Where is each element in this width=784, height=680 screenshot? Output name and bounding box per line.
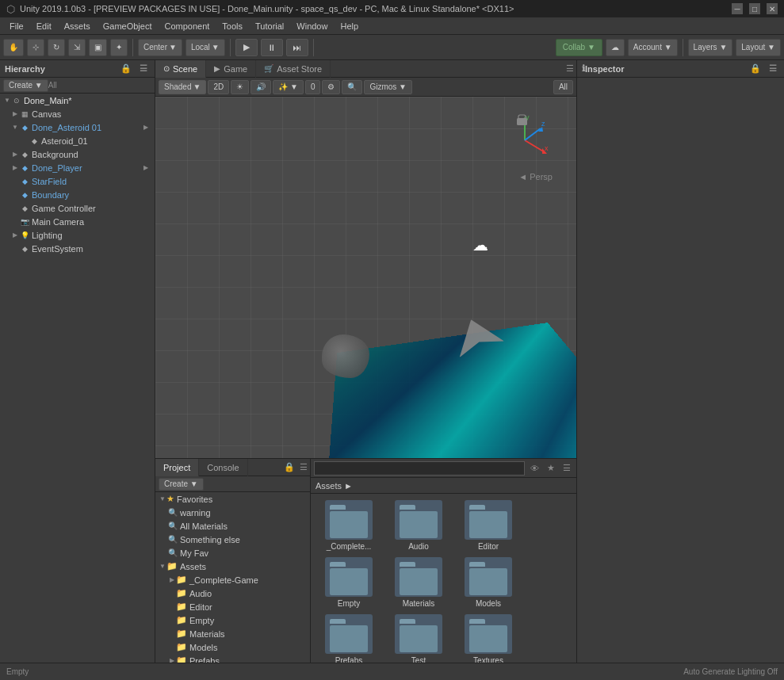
menu-tools[interactable]: Tools — [216, 20, 249, 32]
search-my-fav-icon: 🔍 — [168, 548, 178, 557]
menu-file[interactable]: File — [3, 20, 30, 32]
inspector-menu-icon[interactable]: ☰ — [767, 63, 779, 74]
asset-eye-icon[interactable]: 👁 — [528, 464, 541, 473]
gizmos-dropdown[interactable]: Gizmos ▼ — [364, 80, 412, 94]
tool-multi[interactable]: ✦ — [110, 39, 128, 56]
hierarchy-lock-icon[interactable]: 🔒 — [118, 63, 134, 74]
hierarchy-item-game-controller[interactable]: ▶ ◆ Game Controller — [0, 201, 155, 215]
tab-project[interactable]: Project — [155, 459, 199, 476]
hierarchy-item-done-main[interactable]: ▼ ⊙ Done_Main* — [0, 94, 155, 107]
inspector-lock-icon[interactable]: 🔒 — [748, 63, 763, 74]
menu-gameobject[interactable]: GameObject — [97, 20, 159, 32]
hierarchy-item-boundary[interactable]: ▶ ◆ Boundary — [0, 188, 155, 201]
pt-models[interactable]: ▶ 📁 Models — [155, 640, 310, 654]
tab-asset-store[interactable]: 🛒 Asset Store — [256, 60, 331, 78]
project-lock-icon[interactable]: 🔒 — [281, 462, 297, 472]
favorites-header[interactable]: ▼ ★ Favorites — [155, 492, 310, 506]
audio-toggle[interactable]: 🔊 — [250, 80, 271, 94]
hierarchy-item-asteroid-01[interactable]: ▶ ◆ Asteroid_01 — [0, 134, 155, 147]
pt-editor[interactable]: ▶ 📁 Editor — [155, 600, 310, 613]
hierarchy-all-button[interactable]: All — [48, 81, 57, 90]
2d-button[interactable]: 2D — [208, 80, 229, 94]
pause-button[interactable]: ⏸ — [261, 39, 283, 56]
asset-star-icon[interactable]: ★ — [545, 463, 557, 473]
asset-folder-materials[interactable]: Materials — [387, 557, 450, 608]
tab-game[interactable]: ▶ Game — [206, 60, 256, 78]
pt-complete-game[interactable]: ▶ 📁 _Complete-Game — [155, 573, 310, 586]
asset-folder-empty[interactable]: Empty — [317, 557, 381, 608]
asset-label-empty: Empty — [338, 599, 360, 608]
global-button[interactable]: Local▼ — [185, 39, 225, 56]
asset-folder-complete-game[interactable]: _Complete... — [317, 500, 381, 551]
search-icon[interactable]: 🔍 — [342, 80, 362, 94]
menu-window[interactable]: Window — [290, 20, 334, 32]
assets-header[interactable]: ▼ 📁 Assets — [155, 560, 310, 573]
inspector-content — [577, 78, 784, 680]
asteroid-nav-icon[interactable]: ▶ — [143, 124, 151, 132]
hierarchy-item-canvas[interactable]: ▶ ▦ Canvas — [0, 107, 155, 120]
statusbar-right: Auto Generate Lighting Off — [683, 667, 778, 676]
tool-scale[interactable]: ⇲ — [68, 39, 86, 56]
hierarchy-item-done-asteroid[interactable]: ▼ ◆ Done_Asteroid 01 ▶ — [0, 120, 155, 134]
fav-my-fav[interactable]: 🔍 My Fav — [155, 546, 310, 560]
asset-folder-test[interactable]: Test — [387, 614, 450, 665]
hierarchy-item-background[interactable]: ▶ ◆ Background — [0, 147, 155, 161]
hide-objects[interactable]: 0 — [305, 80, 321, 94]
account-button[interactable]: Account ▼ — [628, 39, 678, 56]
effects-dropdown[interactable]: ✨ ▼ — [273, 80, 304, 94]
minimize-button[interactable]: ─ — [732, 3, 743, 14]
play-button[interactable]: ▶ — [235, 39, 258, 56]
step-button[interactable]: ⏭ — [286, 39, 308, 56]
scene-view[interactable]: ☁ y x z — [155, 97, 576, 458]
project-create-button[interactable]: Create ▼ — [159, 478, 204, 491]
pt-empty[interactable]: ▶ 📁 Empty — [155, 613, 310, 627]
pt-audio[interactable]: ▶ 📁 Audio — [155, 586, 310, 600]
hierarchy-toolbar: Create ▼ All — [0, 78, 155, 94]
scene-all-label[interactable]: All — [553, 80, 573, 94]
hierarchy-menu-icon[interactable]: ☰ — [137, 63, 150, 74]
hierarchy-item-starfield[interactable]: ▶ ◆ StarField — [0, 174, 155, 188]
lighting-toggle[interactable]: ☀ — [231, 80, 249, 94]
collab-button[interactable]: Collab ▼ — [556, 39, 602, 56]
asset-folder-audio[interactable]: Audio — [387, 500, 450, 551]
hierarchy-item-eventsystem[interactable]: ▶ ◆ EventSystem — [0, 242, 155, 255]
scene-panel-menu[interactable]: ☰ — [564, 63, 576, 74]
close-button[interactable]: ✕ — [767, 3, 778, 14]
pivot-button[interactable]: Center▼ — [138, 39, 182, 56]
maximize-button[interactable]: □ — [749, 3, 760, 14]
layers-button[interactable]: Layers ▼ — [688, 39, 733, 56]
shading-dropdown[interactable]: Shaded ▼ — [159, 80, 206, 94]
asset-folder-prefabs[interactable]: Prefabs — [317, 614, 381, 665]
pt-materials[interactable]: ▶ 📁 Materials — [155, 627, 310, 640]
layout-button[interactable]: Layout ▼ — [736, 39, 781, 56]
asset-panel-menu-icon[interactable]: ☰ — [560, 463, 573, 473]
tool-move[interactable]: ⊹ — [27, 39, 44, 56]
asset-search-input[interactable] — [314, 461, 525, 476]
hierarchy-item-done-player[interactable]: ▶ ◆ Done_Player ▶ — [0, 161, 155, 174]
project-menu-icon[interactable]: ☰ — [297, 462, 310, 472]
scene-gizmo[interactable]: y x z — [497, 113, 553, 168]
scene-options[interactable]: ⚙ — [322, 80, 340, 94]
menu-tutorial[interactable]: Tutorial — [249, 20, 290, 32]
asset-folder-textures[interactable]: Textures — [457, 614, 520, 665]
tab-console[interactable]: Console — [199, 459, 247, 476]
menu-assets[interactable]: Assets — [58, 20, 97, 32]
hierarchy-item-main-camera[interactable]: ▶ 📷 Main Camera — [0, 215, 155, 228]
tab-scene[interactable]: ⊙ Scene — [155, 60, 206, 78]
tool-hand[interactable]: ✋ — [3, 39, 24, 56]
asset-folder-editor[interactable]: Editor — [457, 500, 520, 551]
fav-something-else[interactable]: 🔍 Something else — [155, 533, 310, 546]
hierarchy-item-lighting[interactable]: ▶ 💡 Lighting — [0, 228, 155, 242]
hierarchy-create-button[interactable]: Create ▼ — [3, 79, 48, 92]
tool-rotate[interactable]: ↻ — [48, 39, 65, 56]
done-player-nav-icon[interactable]: ▶ — [143, 164, 151, 172]
tool-rect[interactable]: ▣ — [89, 39, 107, 56]
fav-all-materials[interactable]: 🔍 All Materials — [155, 519, 310, 533]
menu-help[interactable]: Help — [334, 20, 365, 32]
favorites-star-icon: ★ — [166, 494, 174, 504]
menu-edit[interactable]: Edit — [30, 20, 58, 32]
fav-warning[interactable]: 🔍 warning — [155, 506, 310, 519]
cloud-button[interactable]: ☁ — [606, 39, 625, 56]
menu-component[interactable]: Component — [158, 20, 216, 32]
asset-folder-models[interactable]: Models — [457, 557, 520, 608]
